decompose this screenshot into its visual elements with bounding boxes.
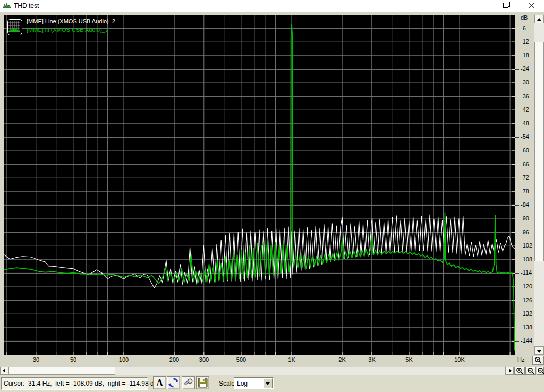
bottom-toolbar: Cursor: 31.4 Hz, left = -108.09 dB, righ… [0,375,544,392]
y-axis-strip: dB -6-12-18-24-30-36-42-48-54-60-66-72-7… [515,15,534,355]
legend-series-2: [MME] ifi (XMOS USB Audio)_1 [27,27,108,33]
spectrum-grid-icon [8,20,21,33]
y-tick-mark [515,219,519,219]
y-tick-mark [515,97,519,97]
cursor-readout: Cursor: 31.4 Hz, left = -108.09 dB, righ… [4,380,158,387]
x-axis-unit: Hz [517,356,524,363]
magnifier-plus-icon [515,367,524,374]
zoom-out-x-button[interactable] [525,367,536,375]
x-tick-label: 100 [119,356,129,363]
y-tick-label: -90 [521,215,529,221]
vertical-scrollbar[interactable] [534,15,544,355]
dropdown-arrow-button[interactable] [264,378,273,388]
y-axis-unit: dB [521,14,528,21]
y-tick-mark [515,137,519,138]
cursor-status-panel: Cursor: 31.4 Hz, left = -108.09 dB, righ… [1,377,148,390]
y-tick-label: -18 [521,52,529,58]
font-icon: A [156,378,163,388]
x-tick-label: 50 [70,356,76,363]
close-button[interactable] [523,0,539,12]
x-tick-label: 300 [199,356,209,363]
save-button[interactable] [196,376,209,389]
y-tick-mark [515,328,519,328]
zoom-dialog-button[interactable] [182,376,195,389]
title-bar: THD test [0,0,544,12]
y-tick-label: -96 [521,229,529,235]
y-tick-mark [515,260,519,260]
y-tick-mark [515,301,519,301]
font-button[interactable]: A [153,376,166,389]
refresh-button[interactable] [167,376,180,389]
scroll-down-button[interactable] [534,346,544,355]
x-tick-label: 3K [368,356,375,363]
magnifier-minus-icon [526,367,536,374]
x-tick-label: 2K [338,356,345,363]
y-tick-label: -120 [521,283,532,289]
y-tick-label: -78 [521,188,529,194]
app-icon [3,2,11,10]
y-tick-label: -36 [521,93,529,99]
x-tick-label: 500 [236,356,246,363]
restore-button[interactable] [498,0,514,12]
y-tick-label: -144 [521,337,532,344]
y-tick-label: -72 [521,174,529,181]
refresh-icon [168,378,178,388]
y-tick-mark [515,341,519,342]
spectrum-plot[interactable]: [MME] Line (XMOS USB Audio)_2 [MME] ifi … [4,15,515,355]
arrow-right-icon [509,369,512,373]
arrow-left-icon [3,369,5,373]
y-tick-label: -66 [521,161,529,167]
y-tick-mark [515,151,519,151]
x-tick-label: 1K [288,356,295,363]
x-tick-label: 10K [454,356,465,363]
scale-selected-value: Log [237,380,248,387]
x-tick-label: 30 [33,356,39,363]
x-tick-label: 200 [169,356,179,363]
y-tick-label: -84 [521,201,529,208]
chevron-down-icon [266,382,270,385]
spectrum-svg [4,15,515,355]
legend-toggle-button[interactable] [7,19,22,35]
y-tick-label: -138 [521,324,532,330]
scroll-right-button[interactable] [505,367,514,375]
app-window: { "window": { "title": "THD test" }, "le… [0,0,544,392]
y-tick-mark [515,314,519,314]
y-tick-label: -126 [521,297,532,303]
y-tick-mark [515,287,519,287]
zoom-in-y-button[interactable] [532,356,544,365]
horizontal-scrollbar[interactable] [0,367,514,375]
scale-dropdown[interactable]: Log [234,377,274,389]
y-tick-label: -60 [521,147,529,154]
horizontal-scroll-thumb[interactable] [8,367,115,375]
minimize-button[interactable] [473,0,489,12]
y-tick-mark [515,29,519,29]
y-tick-label: -42 [521,106,529,113]
y-tick-mark [515,69,519,70]
y-tick-label: -114 [521,269,532,276]
magnifier-plus-icon [533,356,543,364]
scroll-left-button[interactable] [0,367,8,375]
scale-label: Scale [219,380,235,387]
y-tick-label: -30 [521,79,529,86]
vertical-scroll-thumb[interactable] [534,42,544,261]
scroll-up-button[interactable] [534,15,544,23]
y-tick-mark [515,178,519,178]
y-tick-label: -102 [521,242,532,249]
y-tick-mark [515,246,519,246]
zoom-in-x-button[interactable] [514,367,525,375]
y-tick-mark [515,124,519,124]
minimize-icon [478,6,483,6]
x-tick-label: 5K [405,356,412,363]
y-tick-label: -12 [521,38,529,45]
zoom-out-y-button[interactable] [537,367,544,375]
magnifier-minus-icon [537,367,544,374]
y-tick-mark [515,192,519,192]
y-tick-mark [515,273,519,274]
magnifier-icon [183,378,194,388]
y-tick-mark [515,42,519,42]
y-tick-mark [515,165,519,165]
y-tick-mark [515,56,519,56]
y-tick-label: -24 [521,65,529,72]
y-tick-label: -48 [521,120,529,126]
y-tick-mark [515,110,519,110]
